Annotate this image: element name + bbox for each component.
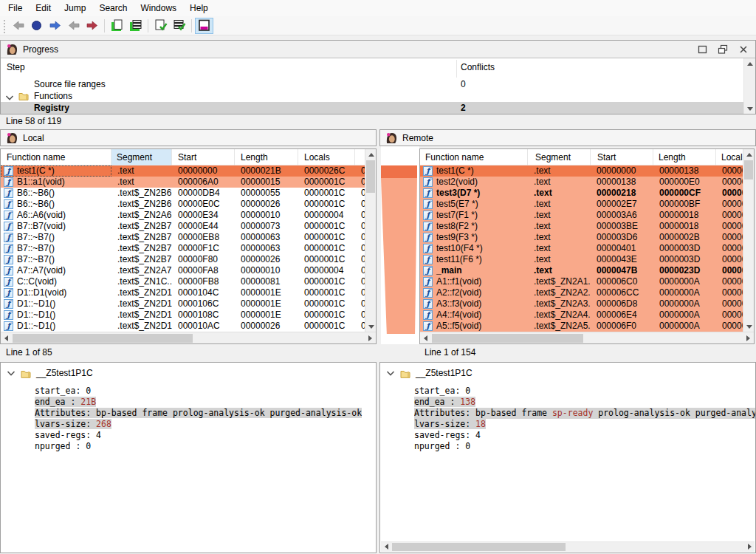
table-row[interactable]: ƒtest3(D7 *).text00000218000000CF00000	[420, 188, 743, 199]
column-separator[interactable]	[456, 60, 457, 78]
accept-list-button[interactable]	[170, 18, 188, 34]
scroll-left-button[interactable]	[1, 333, 12, 343]
local-pane-titlebar[interactable]: Local	[0, 129, 377, 146]
column-header-function-name[interactable]: Function name	[1, 149, 111, 165]
menu-file[interactable]: File	[1, 1, 29, 16]
table-row[interactable]: ƒA6::A6(void).text$_ZN2A6...00000E340000…	[1, 210, 365, 221]
function-name-cell[interactable]: ƒA1::f1(void)	[420, 276, 528, 287]
table-row[interactable]: ƒA4::f4(void).text$_ZN2A4...000006E40000…	[420, 310, 743, 321]
nav-back-button[interactable]	[9, 18, 27, 34]
scroll-up-button[interactable]	[743, 149, 755, 160]
function-name-cell[interactable]: ƒtest11(F6 *)	[420, 254, 528, 265]
table-row[interactable]: ƒB7::B7(void).text$_ZN2B7...00000E440000…	[1, 221, 365, 232]
progress-row[interactable]: Source file ranges0	[1, 78, 743, 90]
function-name-cell[interactable]: ƒA3::f3(void)	[420, 298, 528, 310]
remote-diff-map[interactable]	[381, 146, 419, 344]
local-horizontal-scrollbar[interactable]	[1, 332, 376, 343]
local-detail-tree-item[interactable]: __Z5test1P1C	[7, 368, 93, 378]
table-row[interactable]: ƒA7::A7(void).text$_ZN2A7...00000FA80000…	[1, 265, 365, 276]
progress-row[interactable]: Registry2	[1, 102, 743, 114]
table-row[interactable]: ƒtest8(F2 *).text000003BE0000001800000	[420, 221, 743, 232]
table-row[interactable]: ƒA1::f1(void).text$_ZN2A1...000006C00000…	[420, 276, 743, 287]
table-row[interactable]: ƒA2::f2(void).text$_ZN2A2...000006CC0000…	[420, 287, 743, 298]
show-local-page-button[interactable]	[108, 18, 126, 34]
scrollbar-thumb[interactable]	[366, 160, 375, 193]
scroll-left-button[interactable]	[420, 333, 431, 343]
function-name-cell[interactable]: ƒtest2(void)	[420, 177, 528, 188]
function-name-cell[interactable]: ƒA6::A6(void)	[1, 210, 111, 221]
table-row[interactable]: ƒD1::~D1().text$_ZN2D1...000010AC0000002…	[1, 321, 365, 332]
column-header-step[interactable]: Step	[7, 62, 25, 72]
table-row[interactable]: ƒA5::f5(void).text$_ZN2A5...000006F00000…	[420, 321, 743, 332]
function-name-cell[interactable]: ƒB7::B7(void)	[1, 221, 111, 232]
chevron-down-icon[interactable]	[7, 370, 16, 377]
table-row[interactable]: ƒB7::~B7().text$_ZN2B7...00000EB80000006…	[1, 232, 365, 243]
scrollbar-thumb[interactable]	[13, 334, 193, 343]
menu-windows[interactable]: Windows	[134, 1, 183, 16]
chevron-down-icon[interactable]	[386, 370, 395, 377]
function-name-cell[interactable]: ƒA5::f5(void)	[420, 321, 528, 332]
function-name-cell[interactable]: ƒD1::~D1()	[1, 310, 111, 321]
scroll-down-button[interactable]	[365, 321, 377, 332]
scrollbar-thumb[interactable]	[744, 160, 753, 179]
function-name-cell[interactable]: ƒtest5(E7 *)	[420, 199, 528, 210]
table-row[interactable]: ƒtest10(F4 *).text000004010000003D00000	[420, 243, 743, 254]
table-row[interactable]: ƒB7::~B7().text$_ZN2B7...00000F800000002…	[1, 254, 365, 265]
table-row[interactable]: ƒtest1(C *).text000000000000013800000	[420, 165, 743, 177]
function-name-cell[interactable]: ƒA2::f2(void)	[420, 287, 528, 298]
table-row[interactable]: ƒA3::f3(void).text$_ZN2A3...000006D80000…	[420, 298, 743, 310]
function-name-cell[interactable]: ƒ_main	[420, 265, 528, 276]
table-row[interactable]: ƒtest9(F3 *).text000003D60000002B00000	[420, 232, 743, 243]
table-row[interactable]: ƒtest5(E7 *).text000002E7000000BF00000	[420, 199, 743, 210]
scroll-down-button[interactable]	[744, 103, 755, 114]
table-row[interactable]: ƒD1::~D1().text$_ZN2D1...0000106C0000001…	[1, 298, 365, 310]
float-window-button[interactable]	[695, 44, 709, 55]
column-header-locals[interactable]: Locals	[716, 149, 743, 165]
scroll-right-button[interactable]	[744, 542, 755, 551]
table-row[interactable]: ƒ_main.text0000047B0000023D00000	[420, 265, 743, 276]
remote-detail-tree-item[interactable]: __Z5test1P1C	[386, 368, 472, 378]
function-name-cell[interactable]: ƒB6::~B6()	[1, 188, 111, 199]
scrollbar-thumb[interactable]	[432, 334, 583, 343]
column-header-conflicts[interactable]: Conflicts	[461, 62, 495, 72]
prev-diff-button[interactable]	[64, 18, 83, 34]
toolbar-drag-handle[interactable]	[2, 18, 7, 33]
table-row[interactable]: ƒtest1(C *).text000000000000021B0000026C…	[1, 165, 365, 177]
table-row[interactable]: ƒtest2(void).text00000138000000E000000	[420, 177, 743, 188]
column-header-start[interactable]: Start	[172, 149, 235, 165]
next-diff-button[interactable]	[83, 18, 101, 34]
function-name-cell[interactable]: ƒtest7(F1 *)	[420, 210, 528, 221]
menu-edit[interactable]: Edit	[29, 1, 58, 16]
column-header-length[interactable]: Length	[653, 149, 716, 165]
progress-row[interactable]: Functions	[1, 90, 743, 102]
function-name-cell[interactable]: ƒtest3(D7 *)	[420, 188, 528, 199]
function-name-cell[interactable]: ƒtest10(F4 *)	[420, 243, 528, 254]
remote-detail-horizontal-scrollbar[interactable]	[381, 541, 755, 552]
origin-button[interactable]	[27, 18, 46, 34]
table-row[interactable]: ƒD1::D1(void).text$_ZN2D1...0000104C0000…	[1, 287, 365, 298]
column-header-clipped[interactable]	[355, 149, 365, 165]
restore-window-button[interactable]	[716, 44, 729, 55]
scroll-up-button[interactable]	[744, 58, 755, 69]
function-name-cell[interactable]: ƒB7::~B7()	[1, 243, 111, 254]
column-header-locals[interactable]: Locals	[298, 149, 355, 165]
menu-help[interactable]: Help	[183, 1, 215, 16]
menu-search[interactable]: Search	[92, 1, 134, 16]
progress-scrollbar[interactable]	[743, 58, 755, 114]
scroll-up-button[interactable]	[365, 149, 377, 160]
function-name-cell[interactable]: ƒD1::D1(void)	[1, 287, 111, 298]
column-header-function-name[interactable]: Function name	[420, 149, 528, 165]
function-name-cell[interactable]: ƒA4::f4(void)	[420, 310, 528, 321]
nav-forward-button[interactable]	[46, 18, 64, 34]
function-name-cell[interactable]: ƒB7::~B7()	[1, 232, 111, 243]
scroll-right-button[interactable]	[743, 333, 754, 343]
function-name-cell[interactable]: ƒB1::a1(void)	[1, 177, 111, 188]
progress-titlebar[interactable]: Progress	[1, 41, 755, 58]
table-row[interactable]: ƒB6::~B6().text$_ZN2B6...00000DB40000005…	[1, 188, 365, 199]
column-header-start[interactable]: Start	[591, 149, 653, 165]
column-header-segment[interactable]: Segment	[111, 149, 172, 165]
remote-pane-titlebar[interactable]: Remote	[379, 129, 756, 146]
function-name-cell[interactable]: ƒtest8(F2 *)	[420, 221, 528, 232]
table-row[interactable]: ƒB7::~B7().text$_ZN2B7...00000F1C0000006…	[1, 243, 365, 254]
accept-page-button[interactable]	[151, 18, 170, 34]
